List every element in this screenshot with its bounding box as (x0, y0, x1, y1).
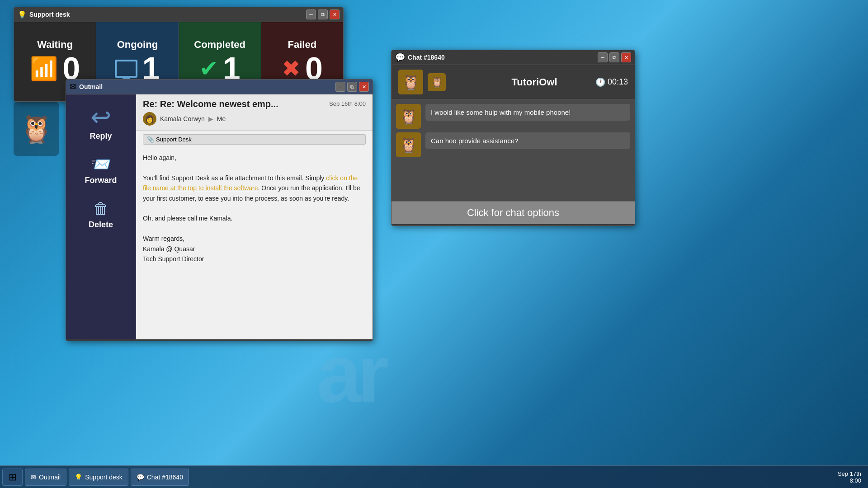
stat-waiting-label: Waiting (37, 39, 73, 51)
chat-body: 🦉 🦉 TutoriOwl 🕐 00:13 🦉 I woold like som… (392, 65, 635, 224)
outmail-sidebar: ↩ Reply 📨 Forward 🗑 Delete (66, 94, 136, 339)
chat-window: 💬 Chat #18640 ─ ⧉ ✕ 🦉 🦉 TutoriOwl 🕐 00:1… (391, 50, 635, 226)
chat-timer: 🕐 00:13 (595, 77, 628, 87)
chat-bubble-2: Can hoo provide assistance? (425, 132, 630, 149)
chat-timer-value: 00:13 (608, 77, 628, 87)
outmail-maximize-button[interactable]: ⧉ (347, 82, 357, 92)
checkmark-icon: ✔ (199, 56, 218, 82)
taskbar-clock: Sep 17th 8:00 (838, 470, 866, 484)
forward-icon: 📨 (91, 155, 111, 174)
outmail-close-button[interactable]: ✕ (359, 82, 369, 92)
delete-icon: 🗑 (93, 199, 109, 218)
attachment-badge[interactable]: 📎 Support Desk (143, 134, 366, 145)
taskbar-outmail[interactable]: ✉ Outmail (25, 469, 66, 486)
delete-label: Delete (89, 220, 113, 230)
chat-user-avatar-small: 🦉 (428, 73, 446, 91)
chat-icon: 💬 (395, 52, 405, 62)
chat-close-button[interactable]: ✕ (621, 52, 631, 62)
chat-title: Chat #18640 (408, 54, 595, 61)
forward-button[interactable]: 📨 Forward (74, 151, 128, 189)
chat-user-header: 🦉 🦉 TutoriOwl 🕐 00:13 (392, 65, 635, 99)
chat-user-avatar-large: 🦉 (398, 70, 423, 94)
outmail-controls: ─ ⧉ ✕ (335, 82, 369, 92)
chat-user-info: 🦉 (428, 73, 507, 91)
email-body: Hello again, You'll find Support Desk as… (136, 148, 373, 268)
chat-message-2: 🦉 Can hoo provide assistance? (396, 132, 630, 157)
clock-icon: 🕐 (595, 77, 605, 87)
outmail-body: ↩ Reply 📨 Forward 🗑 Delete Re: Re: Welco… (66, 94, 373, 339)
taskbar-chat-icon: 💬 (137, 474, 144, 481)
email-from: 👩 Kamala Corwyn ▶ Me (143, 112, 366, 126)
taskbar-support-label: Support desk (85, 474, 123, 481)
chat-controls: ─ ⧉ ✕ (598, 52, 631, 62)
email-paragraph-2: Oh, and please call me Kamala. (143, 213, 366, 223)
support-desk-titlebar: 💡 Support desk ─ ⧉ ✕ (14, 7, 343, 22)
taskbar-outmail-label: Outmail (39, 474, 61, 481)
chat-titlebar: 💬 Chat #18640 ─ ⧉ ✕ (392, 50, 635, 65)
outmail-content: Re: Re: Welcome newest emp... Sep 16th 8… (136, 94, 373, 339)
email-signature-2: Kamala @ Quasar (143, 244, 366, 254)
attachment-icon: 📎 (147, 136, 154, 143)
clock-time: 8:00 (838, 477, 861, 484)
wifi-icon: 📶 (30, 56, 58, 82)
taskbar-support[interactable]: 💡 Support desk (69, 469, 128, 486)
outmail-window: ✉ Outmail ─ ⧉ ✕ ↩ Reply 📨 Forward 🗑 Dele… (66, 79, 373, 341)
support-desk-controls: ─ ⧉ ✕ (306, 9, 340, 19)
recipient-name: Me (217, 115, 226, 122)
chat-message-1: 🦉 I woold like some hulp with my mobile … (396, 104, 630, 129)
taskbar-chat-label: Chat #18640 (147, 474, 183, 481)
forward-icon-wrapper: 📨 (91, 155, 111, 174)
outmail-icon: ✉ (70, 82, 76, 92)
sender-avatar: 👩 (143, 112, 156, 126)
email-greeting: Hello again, (143, 153, 366, 163)
cross-icon: ✖ (282, 56, 301, 82)
support-maximize-button[interactable]: ⧉ (318, 9, 328, 19)
outmail-minimize-button[interactable]: ─ (335, 82, 345, 92)
start-button[interactable]: ⊞ (2, 469, 23, 486)
email-date: Sep 16th 8:00 (329, 100, 366, 107)
chat-options-button[interactable]: Click for chat options (392, 201, 635, 224)
email-paragraph-1: You'll find Support Desk as a file attac… (143, 173, 366, 203)
taskbar: ⊞ ✉ Outmail 💡 Support desk 💬 Chat #18640… (0, 465, 868, 488)
email-subject: Re: Re: Welcome newest emp... (143, 99, 278, 109)
stat-ongoing-label: Ongoing (117, 39, 158, 51)
taskbar-outmail-icon: ✉ (31, 474, 36, 481)
arrow-separator: ▶ (208, 115, 213, 122)
reply-label: Reply (90, 131, 112, 141)
chat-minimize-button[interactable]: ─ (598, 52, 608, 62)
stat-failed-label: Failed (288, 39, 317, 51)
outmail-titlebar: ✉ Outmail ─ ⧉ ✕ (66, 80, 373, 94)
reply-button[interactable]: ↩ Reply (74, 101, 128, 145)
desktop-owl-icon: 🦉 (14, 102, 59, 156)
forward-label: Forward (85, 176, 117, 185)
email-link[interactable]: click on the file name at the top to ins… (143, 174, 358, 192)
email-header: Re: Re: Welcome newest emp... Sep 16th 8… (136, 94, 373, 131)
taskbar-chat[interactable]: 💬 Chat #18640 (131, 469, 189, 486)
taskbar-support-icon: 💡 (75, 474, 82, 481)
chat-maximize-button[interactable]: ⧉ (609, 52, 619, 62)
monitor-icon (115, 60, 137, 78)
chat-avatar-2: 🦉 (396, 132, 421, 157)
support-minimize-button[interactable]: ─ (306, 9, 316, 19)
start-icon: ⊞ (9, 471, 17, 483)
support-desk-icon: 💡 (18, 10, 27, 19)
attachment-name: Support Desk (156, 136, 192, 143)
clock-date: Sep 17th (838, 470, 861, 477)
support-close-button[interactable]: ✕ (330, 9, 340, 19)
chat-avatar-1: 🦉 (396, 104, 421, 129)
chat-messages: 🦉 I woold like some hulp with my mobile … (392, 99, 635, 201)
chat-bubble-1: I woold like some hulp with my mobile ph… (425, 104, 630, 121)
support-desk-title: Support desk (29, 11, 303, 18)
sender-name: Kamala Corwyn (160, 115, 205, 122)
email-signature-3: Tech Support Director (143, 254, 366, 264)
reply-icon: ↩ (90, 105, 111, 130)
stat-completed-label: Completed (194, 39, 245, 51)
outmail-title: Outmail (79, 83, 333, 90)
chat-username: TutoriOwl (511, 76, 590, 88)
delete-button[interactable]: 🗑 Delete (74, 196, 128, 233)
email-signature-1: Warm regards, (143, 234, 366, 244)
